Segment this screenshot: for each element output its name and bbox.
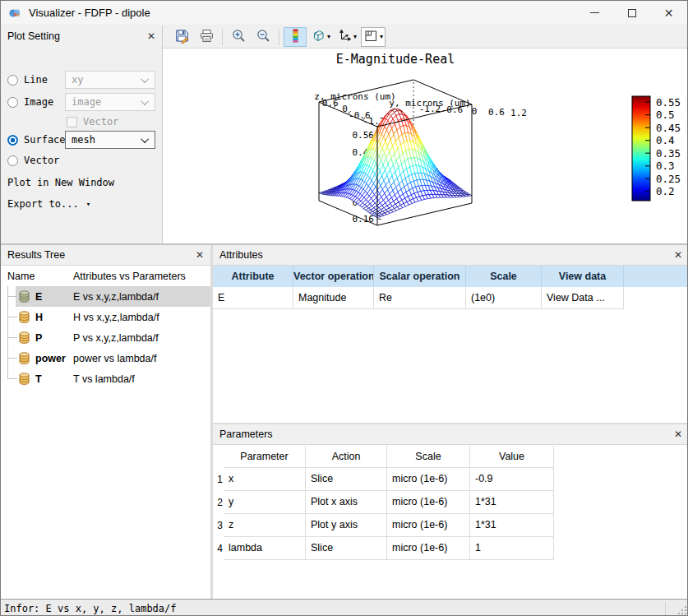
parameters-close-icon[interactable]: ✕ — [674, 428, 682, 440]
chevron-down-icon — [141, 135, 149, 143]
results-tree-rows: EE vs x,y,z,lambda/fHH vs x,y,z,lambda/f… — [1, 286, 210, 599]
param-col-1: Action — [306, 446, 387, 468]
app-window: Visualizer - FDFP - dipole ✕ Plot Settin… — [0, 0, 688, 616]
attributes-table-head: AttributeVector operationScalar operatio… — [213, 266, 688, 287]
row-number: 3 — [213, 514, 224, 537]
close-button[interactable]: ✕ — [650, 1, 687, 25]
row-number-gutter — [213, 446, 224, 468]
attributes-row: EMagnitudeRe(1e0)View Data ... — [213, 287, 624, 309]
view-data-button[interactable]: View Data ... — [542, 287, 624, 308]
close-icon: ✕ — [664, 7, 674, 19]
results-tree-close-icon[interactable]: ✕ — [196, 249, 204, 261]
vector-option: Vector — [7, 151, 59, 169]
value-cell[interactable]: -0.9 — [470, 468, 554, 491]
zoom-out-icon — [256, 28, 271, 46]
scale-cell[interactable]: micro (1e-6) — [387, 537, 470, 560]
row-number: 4 — [213, 537, 224, 560]
database-icon — [17, 372, 31, 386]
surface-plot[interactable]: E-Magnitude-Real0.560.480.40.320.240.160… — [163, 49, 688, 243]
results-tree-panel: Results Tree ✕ Name Attributes vs Parame… — [1, 245, 213, 599]
axes-button[interactable]: ▾ — [335, 27, 359, 47]
plot-setting-header: Plot Setting ✕ — [1, 25, 162, 46]
tree-item-name: E — [35, 291, 73, 303]
surface-label: Surface — [24, 134, 66, 146]
database-icon — [17, 310, 31, 324]
tree-row-P[interactable]: PP vs x,y,z,lambda/f — [1, 327, 210, 348]
vector-label: Vector — [24, 155, 59, 166]
action-cell[interactable]: Plot x axis — [306, 491, 387, 514]
scalar-operation-cell[interactable]: Re — [374, 287, 466, 308]
print-button[interactable] — [195, 27, 218, 47]
export-to-link[interactable]: Export to... ▾ — [7, 195, 90, 213]
value-cell[interactable]: 1 — [470, 537, 554, 560]
save-icon — [174, 28, 190, 46]
image-radio[interactable] — [7, 97, 18, 108]
vector-radio[interactable] — [7, 155, 18, 166]
window-layout-icon — [363, 28, 379, 46]
database-icon — [17, 289, 31, 303]
surface-radio[interactable] — [7, 135, 18, 146]
vector-checkbox[interactable] — [67, 117, 77, 127]
scale-cell[interactable]: micro (1e-6) — [387, 514, 470, 537]
tree-item-desc: power vs lambda/f — [73, 353, 156, 364]
surface-type-dropdown[interactable]: mesh — [65, 131, 155, 149]
parameters-title: Parameters — [219, 428, 273, 440]
zoom-in-button[interactable] — [227, 27, 250, 47]
view-3d-button[interactable]: ▾ — [308, 27, 333, 47]
image-type-dropdown[interactable]: image — [65, 93, 155, 111]
vector-operation-cell[interactable]: Magnitude — [293, 287, 374, 308]
param-col-2: Scale — [387, 446, 470, 468]
scale-cell[interactable]: micro (1e-6) — [387, 491, 470, 514]
chevron-down-icon — [141, 75, 149, 83]
svg-text:0: 0 — [472, 106, 478, 117]
svg-text:0.55: 0.55 — [656, 96, 681, 109]
plot-setting-title: Plot Setting — [7, 30, 60, 42]
line-radio[interactable] — [7, 75, 18, 86]
vector-checkbox-row: Vector — [67, 113, 118, 131]
value-cell[interactable]: 1*31 — [470, 514, 554, 537]
parameters-panel: Parameters ✕ ParameterActionScaleValue1x… — [213, 424, 688, 599]
plot-in-new-window-label: Plot in New Window — [7, 177, 114, 188]
toolbar-separator — [222, 29, 223, 45]
attributes-title: Attributes — [219, 249, 263, 261]
scale-cell[interactable]: micro (1e-6) — [387, 468, 470, 491]
plot-setting-close-icon[interactable]: ✕ — [147, 30, 155, 42]
titlebar: Visualizer - FDFP - dipole ✕ — [1, 1, 687, 25]
export-to-label: Export to... — [7, 198, 79, 210]
attributes-close-icon[interactable]: ✕ — [674, 249, 682, 261]
resize-grip-icon[interactable] — [678, 606, 686, 614]
svg-text:0.3: 0.3 — [656, 160, 675, 172]
top-section: Plot Setting ✕ Line xy Image image — [1, 25, 688, 243]
value-cell[interactable]: 1*31 — [470, 491, 554, 514]
bottom-section: Results Tree ✕ Name Attributes vs Parame… — [1, 243, 688, 599]
parameters-row-x: 1xSlicemicro (1e-6)-0.9 — [213, 468, 688, 491]
parameter-name-cell: y — [224, 491, 306, 514]
tree-row-power[interactable]: powerpower vs lambda/f — [1, 348, 210, 368]
line-type-dropdown[interactable]: xy — [65, 71, 155, 89]
tree-item-name: T — [35, 373, 73, 385]
attributes-table-body: EMagnitudeRe(1e0)View Data ... — [213, 287, 688, 309]
window-layout-button[interactable]: ▾ — [361, 27, 386, 47]
maximize-button[interactable] — [613, 1, 650, 25]
action-cell[interactable]: Plot y axis — [306, 514, 387, 537]
tree-row-H[interactable]: HH vs x,y,z,lambda/f — [1, 307, 210, 327]
tree-row-T[interactable]: TT vs lambda/f — [1, 368, 210, 389]
toolbar: ▾▾▾ — [163, 25, 688, 49]
svg-text:0.4: 0.4 — [656, 134, 675, 146]
parameter-name-cell: lambda — [224, 537, 306, 560]
parameters-row-lambda: 4lambdaSlicemicro (1e-6)1 — [213, 537, 688, 560]
scale-cell[interactable]: (1e0) — [466, 287, 542, 308]
plot-in-new-window-link[interactable]: Plot in New Window — [7, 174, 114, 192]
zoom-out-button[interactable] — [252, 27, 275, 47]
action-cell[interactable]: Slice — [306, 468, 387, 491]
save-button[interactable] — [170, 27, 193, 47]
minimize-button[interactable] — [576, 1, 613, 25]
colormap-button[interactable] — [284, 27, 307, 47]
attr-col-4: View data — [542, 266, 624, 287]
window-title: Visualizer - FDFP - dipole — [29, 7, 150, 19]
image-option: Image — [7, 93, 53, 111]
action-cell[interactable]: Slice — [306, 537, 387, 560]
parameter-name-cell: x — [224, 468, 306, 491]
tree-row-E[interactable]: EE vs x,y,z,lambda/f — [1, 286, 210, 307]
surface-plot-canvas[interactable]: E-Magnitude-Real0.560.480.40.320.240.160… — [163, 49, 688, 243]
